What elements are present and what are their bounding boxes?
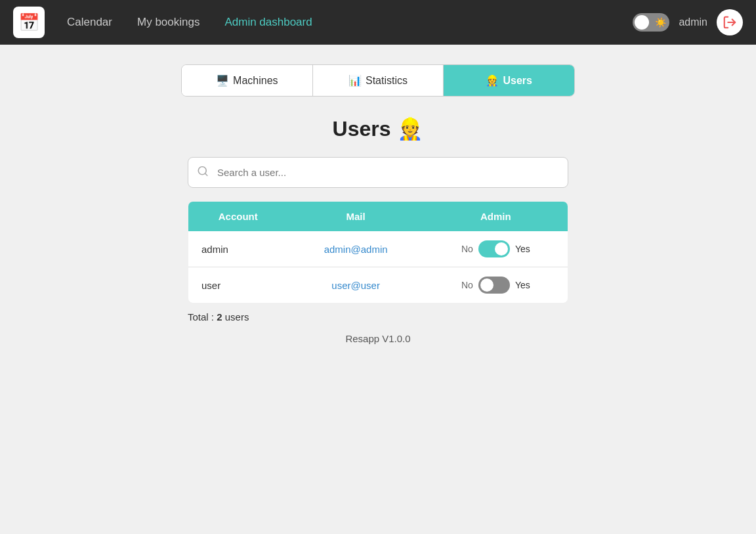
tab-users-label: Users [503,75,532,87]
tab-users[interactable]: 👷 Users [444,65,574,96]
theme-toggle[interactable]: ☀️ [633,13,669,32]
users-table: Account Mail Admin admin admin@admin No [188,201,568,303]
footer: Resapp V1.0.0 [345,333,410,344]
admin-toggle[interactable] [478,277,510,294]
tab-machines[interactable]: 🖥️ Machines [182,65,313,96]
col-account: Account [188,202,288,232]
logout-icon [723,15,737,30]
yes-label: Yes [515,280,530,290]
logout-button[interactable] [717,9,743,35]
col-admin: Admin [424,202,568,232]
sun-icon: ☀️ [655,17,666,28]
calendar-icon: 📅 [18,12,39,33]
total-prefix: Total : [188,311,217,323]
email-link[interactable]: user@user [331,280,380,291]
tab-statistics-label: Statistics [366,75,408,87]
email-link[interactable]: admin@admin [324,244,388,255]
table-header: Account Mail Admin [188,202,568,232]
toggle-knob [635,15,649,30]
users-icon: 👷 [486,74,499,87]
main-content: 🖥️ Machines 📊 Statistics 👷 Users Users 👷 [0,45,756,364]
page-title: Users 👷 [333,116,424,141]
no-label: No [461,244,473,254]
account-cell: user [188,267,288,303]
total-text: Total : 2 users [188,311,568,323]
admin-toggle-wrap: No Yes [437,240,555,257]
nav-links: Calendar My bookings Admin dashboard [58,11,620,34]
mail-cell: user@user [288,267,424,303]
col-mail: Mail [288,202,424,232]
tabs-container: 🖥️ Machines 📊 Statistics 👷 Users [181,64,575,97]
username-label: admin [679,16,707,28]
search-input[interactable] [188,157,568,188]
app-logo: 📅 [13,7,45,38]
navbar-right: ☀️ admin [633,9,743,35]
table-row: user user@user No Yes [188,267,568,303]
table-row: admin admin@admin No Yes [188,231,568,267]
page-title-emoji: 👷 [397,116,423,141]
statistics-icon: 📊 [348,74,362,87]
toggle-knob [495,242,508,256]
yes-label: Yes [515,244,530,254]
admin-cell: No Yes [424,267,568,303]
total-count: 2 [217,311,222,323]
navbar: 📅 Calendar My bookings Admin dashboard ☀… [0,0,756,45]
tab-machines-label: Machines [233,75,278,87]
tab-statistics[interactable]: 📊 Statistics [313,65,444,96]
account-cell: admin [188,231,288,267]
nav-calendar[interactable]: Calendar [58,11,121,34]
machines-icon: 🖥️ [216,74,229,87]
nav-admin-dashboard[interactable]: Admin dashboard [215,11,321,34]
search-container [188,157,568,188]
admin-toggle[interactable] [478,240,510,257]
table-body: admin admin@admin No Yes user [188,231,568,303]
page-title-text: Users [333,117,391,141]
mail-cell: admin@admin [288,231,424,267]
nav-my-bookings[interactable]: My bookings [128,11,209,34]
toggle-knob [480,278,494,292]
total-suffix: users [222,311,249,323]
admin-cell: No Yes [424,231,568,267]
no-label: No [461,280,473,290]
app-version: Resapp V1.0.0 [345,333,410,344]
admin-toggle-wrap: No Yes [437,277,555,294]
